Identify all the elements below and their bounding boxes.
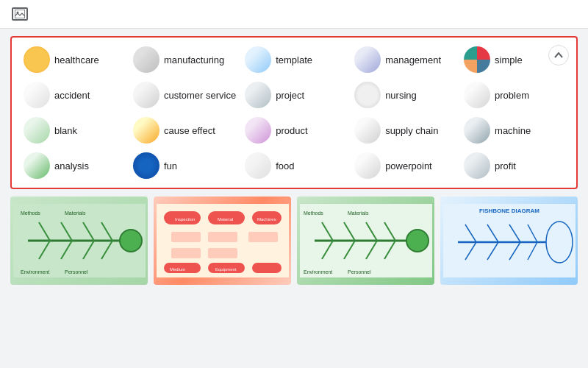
tag-label-analysis: analysis <box>54 160 89 171</box>
tag-thumb-analysis <box>24 152 50 179</box>
tag-label-supply-chain: supply chain <box>385 125 438 136</box>
svg-rect-28 <box>208 248 237 258</box>
tag-thumb-simple <box>464 46 490 73</box>
tag-item-manufacturing[interactable]: manufacturing <box>130 45 239 74</box>
svg-point-4 <box>120 230 142 252</box>
header-image-icon <box>12 7 28 21</box>
tag-thumb-template <box>245 46 271 73</box>
tag-label-healthcare: healthcare <box>54 54 99 66</box>
tag-item-project[interactable]: project <box>242 80 348 110</box>
tag-thumb-powerpoint <box>354 152 381 179</box>
svg-rect-24 <box>171 232 201 242</box>
svg-rect-25 <box>208 232 237 242</box>
tag-thumb-cause-effect <box>133 117 159 144</box>
svg-text:Materials: Materials <box>348 210 369 216</box>
tag-item-cause-effect[interactable]: cause effect <box>130 116 239 145</box>
svg-text:Machines: Machines <box>257 217 276 222</box>
tag-thumb-manufacturing <box>133 46 159 73</box>
bottom-image-1[interactable]: Methods Materials Environment Personnel <box>10 197 148 285</box>
tag-label-product: product <box>276 125 307 136</box>
tag-thumb-fun <box>133 152 159 179</box>
tags-grid: healthcare manufacturing template manage… <box>21 45 567 180</box>
svg-point-52 <box>546 222 573 263</box>
tag-label-management: management <box>385 54 441 66</box>
tag-label-problem: problem <box>495 90 529 101</box>
tag-label-nursing: nursing <box>385 90 417 101</box>
tag-label-manufacturing: manufacturing <box>164 54 224 66</box>
header <box>0 0 588 29</box>
svg-point-36 <box>406 230 429 252</box>
tag-thumb-product <box>245 117 271 144</box>
svg-rect-0 <box>15 10 25 18</box>
tag-item-problem[interactable]: problem <box>461 80 567 110</box>
tag-item-nursing[interactable]: nursing <box>351 80 458 110</box>
tag-item-management[interactable]: management <box>351 45 458 74</box>
svg-text:Methods: Methods <box>21 210 40 216</box>
tag-item-healthcare[interactable]: healthcare <box>21 45 127 74</box>
tag-thumb-accident <box>24 82 50 108</box>
tag-label-template: template <box>276 54 312 66</box>
tags-section: healthcare manufacturing template manage… <box>10 36 578 189</box>
tag-item-powerpoint[interactable]: powerpoint <box>351 151 458 180</box>
tag-item-profit[interactable]: profit <box>461 151 567 180</box>
tag-label-machine: machine <box>495 125 531 136</box>
tag-item-accident[interactable]: accident <box>21 80 127 110</box>
bottom-image-3[interactable]: Methods Materials Environment Personnel <box>297 197 434 285</box>
tag-item-fun[interactable]: fun <box>130 151 239 180</box>
tag-label-powerpoint: powerpoint <box>385 160 432 171</box>
tag-thumb-food <box>245 152 271 179</box>
tag-thumb-profit <box>464 152 490 179</box>
tag-item-supply-chain[interactable]: supply chain <box>351 116 458 145</box>
tag-label-accident: accident <box>54 90 90 101</box>
tag-label-profit: profit <box>495 160 516 171</box>
bottom-images-row: Methods Materials Environment Personnel … <box>10 197 578 285</box>
tag-item-product[interactable]: product <box>242 116 348 145</box>
tag-thumb-nursing <box>354 82 381 108</box>
tag-thumb-supply-chain <box>354 117 381 144</box>
svg-text:Material: Material <box>218 217 233 222</box>
svg-text:Equipment: Equipment <box>215 267 237 272</box>
chevron-up-button[interactable] <box>548 45 569 66</box>
tag-thumb-blank <box>24 117 50 144</box>
tag-item-food[interactable]: food <box>242 151 348 180</box>
tag-label-food: food <box>276 160 294 171</box>
tag-label-customer-service: customer service <box>164 90 236 101</box>
tag-thumb-project <box>245 82 271 108</box>
tag-thumb-healthcare <box>24 46 50 73</box>
tag-label-cause-effect: cause effect <box>164 125 215 136</box>
bottom-image-2[interactable]: Inspection Material Machines Medium Equi… <box>154 197 291 285</box>
svg-text:Methods: Methods <box>304 210 323 216</box>
tag-item-analysis[interactable]: analysis <box>21 151 127 180</box>
svg-text:Environment: Environment <box>21 269 49 275</box>
tag-item-customer-service[interactable]: customer service <box>130 80 239 110</box>
svg-text:Environment: Environment <box>304 269 332 275</box>
tag-label-simple: simple <box>495 54 523 66</box>
svg-rect-26 <box>248 232 278 242</box>
tag-thumb-machine <box>464 117 490 144</box>
svg-text:FISHBONE DIAGRAM: FISHBONE DIAGRAM <box>479 208 539 214</box>
tag-label-fun: fun <box>164 160 177 171</box>
svg-rect-27 <box>171 248 201 258</box>
svg-text:Personnel: Personnel <box>65 269 88 275</box>
svg-text:Inspection: Inspection <box>175 217 195 222</box>
tag-item-template[interactable]: template <box>242 45 348 74</box>
tag-thumb-customer-service <box>133 82 159 108</box>
menu-icon[interactable] <box>570 11 576 17</box>
tag-label-blank: blank <box>54 125 77 136</box>
svg-text:Medium: Medium <box>170 267 185 272</box>
tag-item-machine[interactable]: machine <box>461 116 567 145</box>
tag-thumb-problem <box>464 82 490 108</box>
tag-thumb-management <box>354 46 381 73</box>
tag-item-blank[interactable]: blank <box>21 116 127 145</box>
tag-label-project: project <box>276 90 304 101</box>
svg-rect-31 <box>252 263 282 273</box>
svg-text:Personnel: Personnel <box>348 269 371 275</box>
svg-text:Materials: Materials <box>65 210 86 216</box>
bottom-image-4[interactable]: FISHBONE DIAGRAM <box>440 197 578 285</box>
